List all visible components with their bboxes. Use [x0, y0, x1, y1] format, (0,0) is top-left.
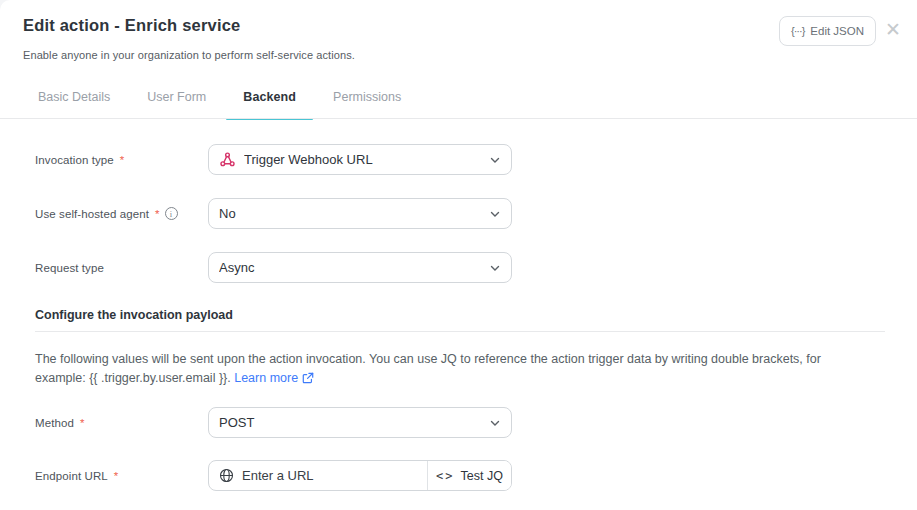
- request-type-value: Async: [219, 260, 481, 275]
- tab-user-form[interactable]: User Form: [147, 86, 206, 118]
- self-hosted-agent-select[interactable]: No: [208, 198, 512, 229]
- invocation-type-label: Invocation type*: [35, 144, 124, 175]
- tab-backend[interactable]: Backend: [243, 86, 296, 118]
- chevron-down-icon: [489, 154, 501, 166]
- external-link-icon: [302, 371, 314, 390]
- tab-basic-details[interactable]: Basic Details: [38, 86, 110, 118]
- chevron-down-icon: [489, 208, 501, 220]
- method-value: POST: [219, 415, 481, 430]
- close-icon[interactable]: ✕: [882, 18, 904, 40]
- required-marker: *: [114, 470, 119, 482]
- test-jq-label: Test JQ: [461, 469, 503, 483]
- request-type-label: Request type: [35, 252, 104, 283]
- required-marker: *: [155, 208, 160, 220]
- learn-more-link[interactable]: Learn more: [234, 371, 298, 385]
- page-subtitle: Enable anyone in your organization to pe…: [23, 49, 355, 61]
- info-icon[interactable]: i: [165, 207, 178, 220]
- method-row: Method* POST: [0, 407, 917, 438]
- tab-bar: Basic Details User Form Backend Permissi…: [38, 86, 401, 118]
- json-braces-icon: {···}: [791, 25, 804, 37]
- endpoint-url-input[interactable]: [242, 468, 417, 483]
- endpoint-url-row: Endpoint URL* <> Test JQ: [0, 460, 917, 491]
- endpoint-url-group: <> Test JQ: [208, 460, 512, 491]
- method-select[interactable]: POST: [208, 407, 512, 438]
- payload-section-heading: Configure the invocation payload: [35, 308, 233, 322]
- invocation-type-value: Trigger Webhook URL: [244, 152, 481, 167]
- self-hosted-agent-row: Use self-hosted agent* i No: [0, 198, 917, 229]
- chevron-down-icon: [489, 262, 501, 274]
- required-marker: *: [120, 154, 125, 166]
- globe-icon: [219, 468, 234, 483]
- payload-description: The following values will be sent upon t…: [35, 350, 885, 389]
- page-title: Edit action - Enrich service: [23, 16, 240, 35]
- code-icon: <>: [436, 469, 454, 483]
- edit-json-button[interactable]: {···} Edit JSON: [779, 16, 876, 46]
- required-marker: *: [80, 417, 85, 429]
- webhook-icon: [219, 151, 236, 168]
- request-type-row: Request type Async: [0, 252, 917, 283]
- method-label: Method*: [35, 407, 85, 438]
- tab-permissions[interactable]: Permissions: [333, 86, 401, 118]
- invocation-type-row: Invocation type* Trigger Webhook URL: [0, 144, 917, 175]
- description-line1: The following values will be sent upon t…: [35, 352, 821, 366]
- edit-action-dialog: Edit action - Enrich service Enable anyo…: [0, 0, 917, 510]
- tabs-divider: [0, 118, 917, 119]
- edit-json-label: Edit JSON: [810, 25, 864, 37]
- invocation-type-select[interactable]: Trigger Webhook URL: [208, 144, 512, 175]
- description-line2: example: {{ .trigger.by.user.email }}.: [35, 371, 231, 385]
- test-jq-button[interactable]: <> Test JQ: [427, 461, 511, 490]
- endpoint-input-wrap: [209, 461, 427, 490]
- section-divider: [35, 331, 885, 332]
- chevron-down-icon: [489, 417, 501, 429]
- self-hosted-agent-label: Use self-hosted agent* i: [35, 198, 178, 229]
- self-hosted-agent-value: No: [219, 206, 481, 221]
- endpoint-url-label: Endpoint URL*: [35, 460, 118, 491]
- request-type-select[interactable]: Async: [208, 252, 512, 283]
